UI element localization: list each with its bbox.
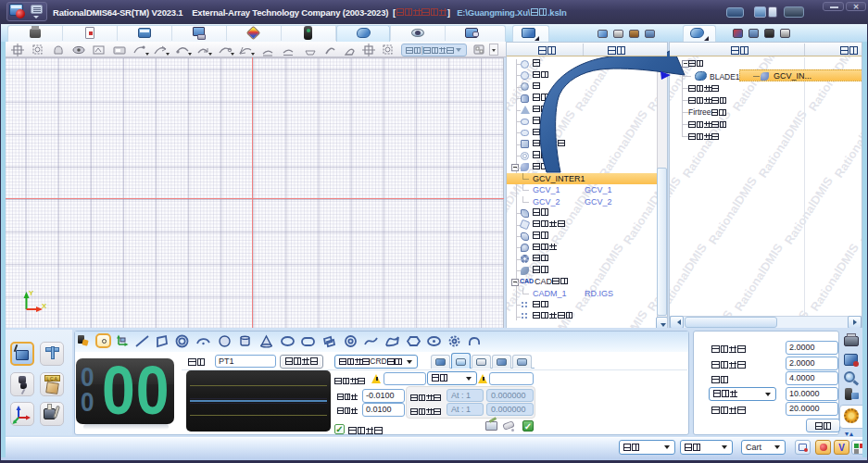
svg-text:X: X (42, 302, 47, 310)
svg-text:Y: Y (29, 289, 34, 297)
